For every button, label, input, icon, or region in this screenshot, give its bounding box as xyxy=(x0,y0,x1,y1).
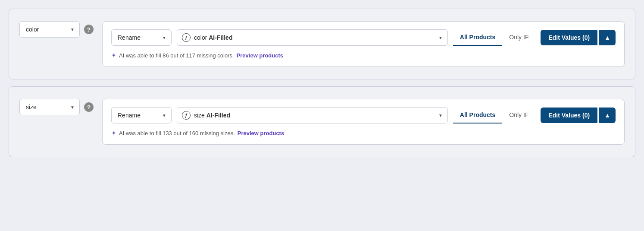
attribute-label-group: colorsizematerial ? xyxy=(19,99,94,115)
attribute-config-size-row: RenameMapExtract ƒ size AI-Filled size A… xyxy=(102,99,625,145)
ai-notice-text-color-row: AI was able to fill 86 out of 117 missin… xyxy=(119,52,234,59)
expand-button-size-row[interactable]: ▲ xyxy=(599,108,616,123)
attribute-select-wrapper: colorsizematerial xyxy=(19,21,80,38)
attribute-select-color-row[interactable]: colorsizematerial xyxy=(19,21,80,38)
ai-notice-icon-size-row: ✦ xyxy=(111,130,116,136)
tab-color-row-1[interactable]: Only IF xyxy=(502,29,535,46)
config-top-row: RenameMapExtract ƒ color AI-Filled color… xyxy=(111,29,616,46)
preview-products-link-size-row[interactable]: Preview products xyxy=(238,130,284,136)
rename-select-color-row[interactable]: RenameMapExtract xyxy=(111,29,172,46)
ai-notice-icon-color-row: ✦ xyxy=(111,52,116,59)
rename-select-wrapper: RenameMapExtract xyxy=(111,107,172,123)
expand-button-color-row[interactable]: ▲ xyxy=(599,30,616,45)
tab-color-row-0[interactable]: All Products xyxy=(453,29,502,46)
preview-products-link-color-row[interactable]: Preview products xyxy=(237,52,283,59)
config-top-row: RenameMapExtract ƒ size AI-Filled size A… xyxy=(111,107,616,123)
edit-values-button-color-row[interactable]: Edit Values (0) xyxy=(541,30,597,45)
actions-group-color-row: Edit Values (0) ▲ xyxy=(541,30,616,45)
ai-notice-size-row: ✦ AI was able to fill 133 out of 160 mis… xyxy=(111,130,616,136)
tab-group-size-row: All Products Only IF xyxy=(453,107,536,123)
ai-filled-select-size-row[interactable]: size AI-Filled xyxy=(177,107,448,123)
rename-select-size-row[interactable]: RenameMapExtract xyxy=(111,107,172,123)
actions-group-size-row: Edit Values (0) ▲ xyxy=(541,108,616,123)
attribute-config-color-row: RenameMapExtract ƒ color AI-Filled color… xyxy=(102,21,625,67)
rename-select-wrapper: RenameMapExtract xyxy=(111,29,172,46)
tab-group-color-row: All Products Only IF xyxy=(453,29,536,46)
ai-filled-select-wrapper-color-row: ƒ color AI-Filled color AI-Filled xyxy=(177,29,448,46)
attribute-select-wrapper: colorsizematerial xyxy=(19,99,80,115)
help-icon-color-row[interactable]: ? xyxy=(84,25,94,34)
ai-notice-text-size-row: AI was able to fill 133 out of 160 missi… xyxy=(119,130,235,136)
help-icon-size-row[interactable]: ? xyxy=(84,102,94,112)
tab-size-row-1[interactable]: Only IF xyxy=(502,107,535,123)
attribute-label-group: colorsizematerial ? xyxy=(19,21,94,38)
attribute-row-size-row: colorsizematerial ? RenameMapExtract ƒ s… xyxy=(9,86,635,157)
attribute-row-color-row: colorsizematerial ? RenameMapExtract ƒ c… xyxy=(9,9,635,79)
attribute-select-size-row[interactable]: colorsizematerial xyxy=(19,99,80,115)
edit-values-button-size-row[interactable]: Edit Values (0) xyxy=(541,108,597,123)
ai-filled-select-wrapper-size-row: ƒ size AI-Filled size AI-Filled xyxy=(177,107,448,123)
ai-filled-select-color-row[interactable]: color AI-Filled xyxy=(177,29,448,46)
tab-size-row-0[interactable]: All Products xyxy=(453,107,502,123)
ai-notice-color-row: ✦ AI was able to fill 86 out of 117 miss… xyxy=(111,52,616,59)
